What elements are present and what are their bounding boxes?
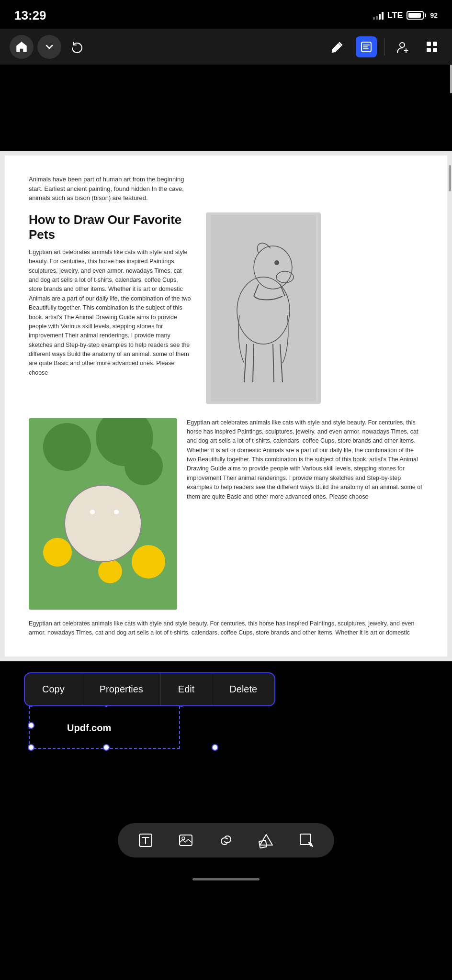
- selection-handle-bl[interactable]: [28, 744, 34, 751]
- text-tool-button[interactable]: [135, 830, 156, 851]
- svg-rect-28: [180, 835, 192, 846]
- doc-third-section: Egyptian art celebrates animals like cat…: [29, 619, 423, 638]
- svg-point-1: [400, 43, 405, 47]
- svg-rect-5: [433, 48, 437, 52]
- svg-rect-4: [427, 48, 431, 52]
- shape-tool-button[interactable]: [256, 830, 277, 851]
- doc-scrollbar[interactable]: [449, 165, 451, 191]
- bottom-toolbar: [118, 823, 334, 858]
- status-right: LTE 92: [373, 11, 438, 21]
- properties-menu-item[interactable]: Properties: [82, 673, 161, 705]
- svg-point-14: [124, 447, 163, 485]
- context-menu: Copy Properties Edit Delete: [24, 672, 275, 706]
- image-tool-button[interactable]: [175, 830, 196, 851]
- doc-left-column: How to Draw Our Favorite Pets Egyptian a…: [29, 212, 192, 404]
- toolbar-separator: [384, 38, 385, 56]
- lte-label: LTE: [387, 11, 403, 21]
- watermark-label: Updf.com: [67, 723, 111, 734]
- svg-rect-6: [211, 215, 316, 401]
- toolbar-right-group: [327, 36, 442, 57]
- svg-point-15: [43, 538, 72, 567]
- toolbar-left-group: [10, 35, 89, 59]
- signal-icon: [373, 11, 384, 20]
- svg-rect-3: [433, 42, 437, 46]
- svg-point-18: [65, 485, 141, 562]
- svg-point-16: [132, 545, 165, 579]
- doc-body-text-3: Egyptian art celebrates animals like cat…: [29, 619, 423, 638]
- doc-intro-text: Animals have been part of human art from…: [29, 175, 192, 203]
- scrollbar[interactable]: [450, 65, 452, 93]
- doc-right-column: [206, 212, 423, 404]
- main-toolbar: [0, 29, 452, 65]
- dropdown-button[interactable]: [37, 35, 61, 59]
- battery-indicator: [407, 11, 426, 20]
- svg-rect-2: [427, 42, 431, 46]
- link-tool-button[interactable]: [215, 830, 237, 851]
- delete-menu-item[interactable]: Delete: [212, 673, 274, 705]
- text-select-button[interactable]: [356, 36, 377, 57]
- selection-handle-bc[interactable]: [103, 744, 110, 751]
- annotate-button[interactable]: [327, 36, 348, 57]
- home-indicator: [192, 878, 260, 880]
- svg-point-22: [114, 510, 119, 514]
- svg-point-12: [43, 423, 91, 471]
- copy-menu-item[interactable]: Copy: [25, 673, 82, 705]
- add-user-button[interactable]: [393, 36, 414, 57]
- doc-second-section: Egyptian art celebrates animals like cat…: [29, 418, 423, 610]
- svg-point-17: [98, 559, 122, 583]
- doc-first-section: How to Draw Our Favorite Pets Egyptian a…: [29, 212, 423, 404]
- dark-background-area: [0, 65, 452, 151]
- svg-point-21: [90, 510, 95, 514]
- svg-point-29: [182, 837, 185, 840]
- cursor-tool-button[interactable]: [296, 830, 317, 851]
- undo-button[interactable]: [65, 35, 89, 59]
- svg-point-10: [274, 260, 279, 265]
- dog-sketch-image: [206, 212, 321, 404]
- edit-menu-item[interactable]: Edit: [161, 673, 212, 705]
- home-button[interactable]: [10, 35, 34, 59]
- doc-body-text-2: Egyptian art celebrates animals like cat…: [187, 418, 423, 610]
- document-area: Animals have been part of human art from…: [0, 151, 452, 661]
- status-bar: 13:29 LTE 92: [0, 0, 452, 29]
- document-page: Animals have been part of human art from…: [5, 156, 447, 657]
- doc-title: How to Draw Our Favorite Pets: [29, 212, 192, 242]
- grid-button[interactable]: [421, 36, 442, 57]
- selection-handle-br[interactable]: [212, 744, 218, 751]
- dog-flowers-image: [29, 418, 177, 610]
- selection-handle-ml[interactable]: [28, 722, 34, 729]
- doc-body-text-1: Egyptian art celebrates animals like cat…: [29, 248, 192, 378]
- status-time: 13:29: [14, 8, 46, 23]
- battery-level: 92: [430, 11, 438, 19]
